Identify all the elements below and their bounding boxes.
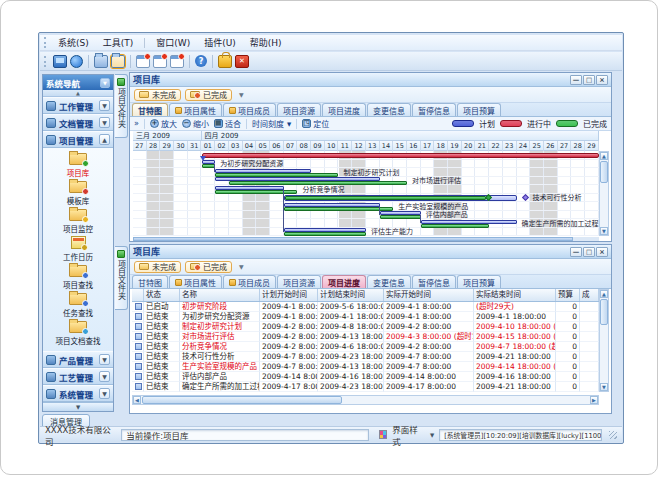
sidebar-overflow-button[interactable]: ▼ xyxy=(43,402,113,411)
zoom-out-button[interactable]: −缩小 xyxy=(182,118,209,129)
table-row[interactable]: 已结束为初步研究分配资源2009-4-1 8:00:002009-4-1 18:… xyxy=(132,312,599,322)
close-button[interactable]: × xyxy=(596,247,608,257)
sidebar-group-product-management[interactable]: 产品管理▼ xyxy=(43,351,113,368)
filter-more-icon[interactable]: ▼ xyxy=(239,263,244,270)
scroll-thumb[interactable] xyxy=(133,237,573,241)
column-header[interactable]: 名称 xyxy=(180,289,260,301)
column-header[interactable]: 成 xyxy=(580,289,599,301)
globe-icon[interactable] xyxy=(70,55,83,68)
sidebar-item-work-calendar[interactable]: 工作日历 xyxy=(43,235,113,263)
gantt-bar-actual[interactable] xyxy=(215,173,338,177)
table-vertical-scrollbar[interactable]: ▲ ▼ xyxy=(599,289,609,392)
table-row[interactable]: 已结束评估内部产品2009-4-14 8:00:002009-4-16 18:0… xyxy=(132,372,599,382)
gantt-bar-actual[interactable] xyxy=(284,232,366,236)
column-header[interactable]: 计划开始时间 xyxy=(260,289,318,301)
table-row[interactable]: 已结束生产实验室规模的产品2009-4-7 8:00:002009-4-13 1… xyxy=(132,362,599,372)
sidebar-item-project-doc-search[interactable]: 项目文档查找 xyxy=(43,319,113,347)
tab-change-info[interactable]: 变更信息 xyxy=(367,103,411,116)
gantt-bar-plan[interactable] xyxy=(284,203,380,207)
gantt-bar-actual[interactable] xyxy=(285,196,487,200)
tab-project-resources[interactable]: 项目资源 xyxy=(277,275,321,288)
unfinished-filter-button[interactable]: 未完成 xyxy=(134,89,181,101)
menu-item[interactable]: 插件(U) xyxy=(198,35,242,50)
gantt-bar-actual[interactable] xyxy=(215,190,297,194)
scroll-down-icon[interactable]: ▼ xyxy=(600,227,608,235)
gantt-summary-bar[interactable] xyxy=(202,153,599,158)
chevron-down-icon[interactable]: ▼ xyxy=(99,371,110,382)
column-header[interactable]: 状态 xyxy=(144,289,180,301)
time-scale-button[interactable]: 时间刻度▼ xyxy=(252,118,291,129)
gantt-bar-actual[interactable] xyxy=(202,164,216,168)
sidebar-item-task-search[interactable]: 任务查找 xyxy=(43,291,113,319)
tools-overflow-button[interactable]: » xyxy=(134,119,139,128)
table-row[interactable]: 已结束分析竞争情况2009-4-2 8:00:002009-4-6 18:00:… xyxy=(132,342,599,352)
tab-project-properties[interactable]: 项目属性 xyxy=(169,275,222,288)
sidebar-scroll-up[interactable]: ▲ xyxy=(43,90,113,97)
lock-icon[interactable] xyxy=(218,55,232,68)
minimize-button[interactable]: — xyxy=(570,247,582,257)
tab-project-members[interactable]: 项目成员 xyxy=(223,103,276,116)
tab-project-budget[interactable]: 项目预算 xyxy=(457,275,501,288)
scroll-right-icon[interactable]: ▶ xyxy=(590,396,598,404)
sidebar-item-project-library[interactable]: 项目库 xyxy=(43,151,113,179)
gantt-vertical-scrollbar[interactable]: ▲ ▼ xyxy=(599,151,609,236)
column-header[interactable]: 预算 xyxy=(556,289,580,301)
scroll-thumb[interactable] xyxy=(600,299,608,325)
interface-style-label[interactable]: 界面样式 xyxy=(392,423,425,447)
resize-grip[interactable] xyxy=(609,431,617,439)
folder-save-icon[interactable] xyxy=(111,55,125,68)
table-row[interactable]: 已结束确定生产所需的加工过程2009-4-17 8:00:002009-4-23… xyxy=(132,382,599,392)
vertical-tab-project-folder-bottom[interactable]: 项目文件夹 xyxy=(115,246,128,310)
sidebar-group-process-management[interactable]: 工艺管理▼ xyxy=(43,368,113,385)
sidebar-item-project-monitor[interactable]: 项目监控 xyxy=(43,207,113,235)
exit-icon[interactable]: ✕ xyxy=(235,55,249,68)
gantt-bar-plan[interactable] xyxy=(215,186,284,190)
menu-item[interactable]: 系统(S) xyxy=(52,35,95,50)
gantt-bar-actual[interactable] xyxy=(284,207,394,211)
tab-project-members[interactable]: 项目成员 xyxy=(223,275,276,288)
table-row[interactable]: 已启动初步研究阶段2009-4-1 8:00:002009-5-6 18:00:… xyxy=(132,302,599,312)
table-row[interactable]: 已结束制定初步研究计划2009-4-2 8:00:002009-4-8 18:0… xyxy=(132,322,599,332)
tab-gantt-chart[interactable]: 甘特图 xyxy=(132,275,168,288)
column-header[interactable]: 实际结束时间 xyxy=(474,289,556,301)
sidebar-pin-icon[interactable]: ▼ xyxy=(100,78,110,88)
interface-style-icon[interactable] xyxy=(379,430,388,439)
scroll-up-icon[interactable]: ▲ xyxy=(600,152,608,160)
filter-more-icon[interactable]: ▼ xyxy=(239,91,244,98)
table-row[interactable]: 已结束技术可行性分析2009-4-7 8:00:002009-4-23 18:0… xyxy=(132,352,599,362)
form-window-icon[interactable] xyxy=(136,55,150,68)
menu-item[interactable]: 工具(T) xyxy=(97,35,140,50)
minimize-button[interactable]: — xyxy=(570,75,582,85)
unfinished-filter-button[interactable]: 未完成 xyxy=(134,261,181,273)
sidebar-group-work-management[interactable]: 工作管理▼ xyxy=(43,97,113,114)
tab-project-progress[interactable]: 项目进度 xyxy=(322,275,366,288)
chevron-up-icon[interactable]: ▲ xyxy=(99,134,110,145)
table-horizontal-scrollbar[interactable]: ◀ ▶ xyxy=(132,395,599,405)
chevron-down-icon[interactable]: ▼ xyxy=(99,100,110,111)
scroll-thumb[interactable] xyxy=(600,161,608,183)
fit-button[interactable]: ▦适合 xyxy=(214,118,241,129)
chevron-down-icon[interactable]: ▼ xyxy=(99,354,110,365)
maximize-button[interactable]: □ xyxy=(583,247,595,257)
gantt-horizontal-scrollbar[interactable] xyxy=(133,237,599,241)
tab-project-budget[interactable]: 项目预算 xyxy=(457,103,501,116)
sidebar-item-project-search[interactable]: 项目查找 xyxy=(43,263,113,291)
scroll-thumb[interactable] xyxy=(142,396,342,404)
column-header[interactable]: 计划结束时间 xyxy=(318,289,384,301)
form-window-badge2-icon[interactable] xyxy=(170,55,184,68)
gantt-bar-plan[interactable] xyxy=(421,220,517,224)
tab-change-info[interactable]: 变更信息 xyxy=(367,275,411,288)
zoom-in-button[interactable]: +放大 xyxy=(150,118,177,129)
gantt-bar-plan[interactable] xyxy=(215,169,311,173)
gantt-bar-actual[interactable] xyxy=(380,215,421,219)
sidebar-group-project-management[interactable]: 项目管理▲ xyxy=(43,131,113,148)
form-window-badge-icon[interactable] xyxy=(153,55,167,68)
menu-item[interactable]: 帮助(H) xyxy=(244,35,288,50)
gantt-bar-actual[interactable] xyxy=(229,181,407,185)
monitor-icon[interactable] xyxy=(53,55,67,68)
chevron-down-icon[interactable]: ▼ xyxy=(99,117,110,128)
scroll-down-icon[interactable]: ▼ xyxy=(600,383,608,391)
chevron-down-icon[interactable]: ▼ xyxy=(430,432,434,438)
tab-project-progress[interactable]: 项目进度 xyxy=(322,103,366,116)
table-row[interactable]: 已结束对市场进行评估2009-4-2 8:00:002009-4-13 18:0… xyxy=(132,332,599,342)
